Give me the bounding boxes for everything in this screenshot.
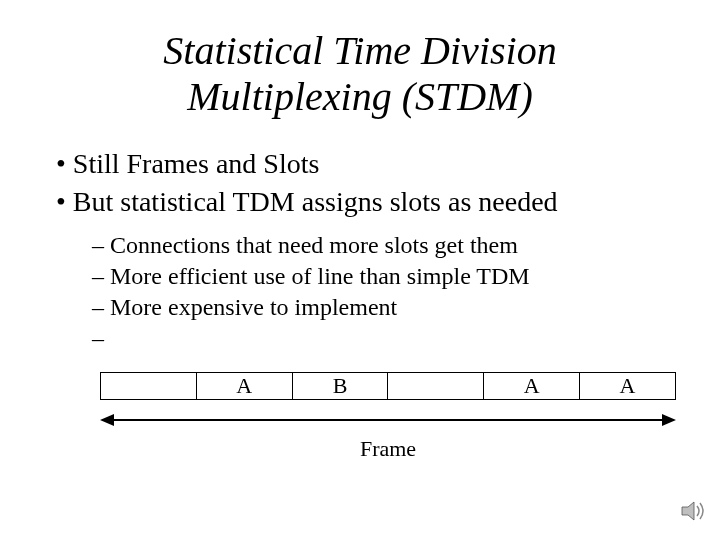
speaker-icon xyxy=(680,500,708,522)
svg-marker-3 xyxy=(682,502,694,520)
frame-row: A B A A xyxy=(100,372,676,400)
frame-slot xyxy=(388,372,484,400)
double-arrow-icon xyxy=(100,410,676,430)
frame-slot: B xyxy=(293,372,389,400)
sub-bullet-item: More expensive to implement xyxy=(92,294,720,321)
frame-extent-arrow xyxy=(100,410,676,430)
frame-diagram: A B A A xyxy=(100,372,676,400)
svg-marker-2 xyxy=(662,414,676,426)
frame-slot: A xyxy=(580,372,676,400)
title-line-1: Statistical Time Division xyxy=(163,28,556,73)
frame-slot: A xyxy=(484,372,580,400)
title-line-2: Multiplexing (STDM) xyxy=(187,74,533,119)
sub-bullet-list: Connections that need more slots get the… xyxy=(92,232,720,352)
bullet-item: But statistical TDM assigns slots as nee… xyxy=(56,186,720,218)
slide-title: Statistical Time Division Multiplexing (… xyxy=(0,0,720,120)
bullet-list: Still Frames and Slots But statistical T… xyxy=(56,148,720,218)
frame-label: Frame xyxy=(100,436,676,462)
slide: Statistical Time Division Multiplexing (… xyxy=(0,0,720,540)
svg-marker-1 xyxy=(100,414,114,426)
sub-bullet-item: Connections that need more slots get the… xyxy=(92,232,720,259)
frame-slot: A xyxy=(197,372,293,400)
frame-slot xyxy=(100,372,197,400)
sub-bullet-item xyxy=(92,325,720,352)
bullet-item: Still Frames and Slots xyxy=(56,148,720,180)
sub-bullet-item: More efficient use of line than simple T… xyxy=(92,263,720,290)
